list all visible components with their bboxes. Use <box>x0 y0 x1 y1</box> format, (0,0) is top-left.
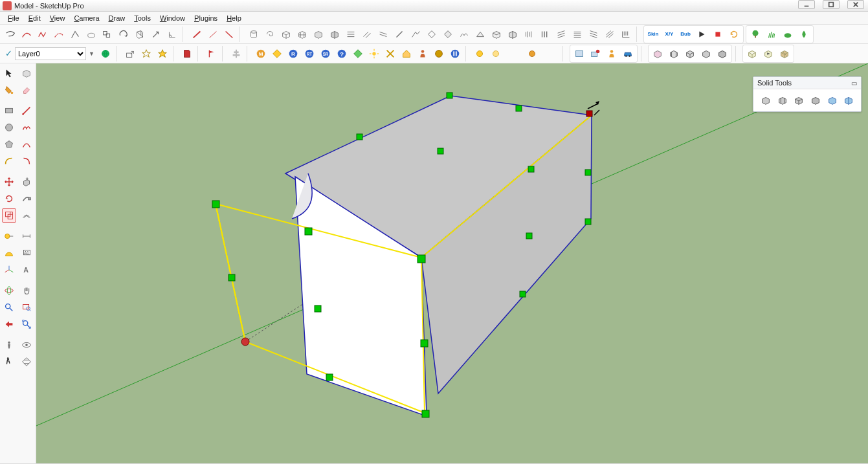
tool-arc3[interactable] <box>19 154 34 168</box>
menu-window[interactable]: Window <box>156 13 189 23</box>
badge-q[interactable]: ? <box>334 46 350 61</box>
grip[interactable] <box>520 291 526 297</box>
tool-s2[interactable] <box>666 46 682 61</box>
tool-hatch1[interactable] <box>553 27 569 42</box>
tool-rotate[interactable] <box>2 192 16 206</box>
tool-s3[interactable] <box>682 46 698 61</box>
badge-xy[interactable]: X/Y <box>662 27 677 42</box>
viewport-3d[interactable]: Solid Tools ▭ <box>36 63 868 463</box>
badge-diamond[interactable] <box>269 46 285 61</box>
tool-text[interactable]: A1 <box>19 246 34 260</box>
badge-bub[interactable]: Bub <box>678 27 693 42</box>
tool-map-pin[interactable] <box>588 46 603 61</box>
grip[interactable] <box>421 340 428 347</box>
tool-tape[interactable] <box>2 229 16 243</box>
tool-pushpull[interactable] <box>19 175 34 189</box>
menu-tools[interactable]: Tools <box>130 13 155 23</box>
tool-scale[interactable] <box>2 208 16 223</box>
tool-axes[interactable] <box>2 263 16 277</box>
tool-protractor[interactable] <box>2 246 16 260</box>
tool-leaf[interactable] <box>796 27 812 42</box>
tool-followme[interactable] <box>19 192 34 206</box>
tool-arc[interactable] <box>19 137 34 151</box>
tool-hatch5[interactable] <box>618 27 634 42</box>
tool-orb-gold[interactable] <box>524 46 540 61</box>
menu-plugins[interactable]: Plugins <box>190 13 221 23</box>
tool-export[interactable] <box>122 46 138 61</box>
solid-split[interactable] <box>841 93 856 107</box>
tool-star[interactable] <box>139 46 154 61</box>
tool-pan[interactable] <box>19 283 34 298</box>
badge-m[interactable]: M <box>253 46 269 61</box>
close-button[interactable] <box>847 0 864 9</box>
tool-s4[interactable] <box>698 46 714 61</box>
grip[interactable] <box>526 233 532 239</box>
tool-rectangle[interactable] <box>2 104 16 118</box>
tool-car[interactable] <box>620 46 636 61</box>
tool-s5[interactable] <box>715 46 730 61</box>
tool-globe[interactable] <box>98 46 113 61</box>
tool-orb-ly[interactable] <box>488 46 504 61</box>
tool-arc2[interactable] <box>2 154 16 168</box>
badge-diamond-y[interactable] <box>350 46 366 61</box>
layer-dropdown[interactable]: Layer0 <box>15 47 86 60</box>
tool-shade2[interactable] <box>505 27 520 42</box>
tool-wire[interactable] <box>67 27 83 42</box>
tool-crate[interactable] <box>777 46 792 61</box>
minimize-button[interactable] <box>798 0 815 9</box>
tool-cross-y[interactable] <box>383 46 398 61</box>
tool-rhombus[interactable] <box>424 27 440 42</box>
tool-freehand[interactable] <box>19 120 34 135</box>
tool-pause[interactable] <box>447 46 463 61</box>
tool-grass[interactable] <box>764 27 779 42</box>
grip[interactable] <box>585 170 591 175</box>
tool-offset[interactable] <box>19 208 34 223</box>
tool-zoom[interactable] <box>2 300 16 315</box>
tool-stripes1[interactable] <box>521 27 537 42</box>
tool-s1[interactable] <box>650 46 665 61</box>
tool-box[interactable] <box>132 27 148 42</box>
panel-header[interactable]: Solid Tools ▭ <box>753 77 861 89</box>
grip[interactable] <box>417 255 425 263</box>
tool-walk[interactable] <box>2 355 16 369</box>
solid-subtract[interactable] <box>808 93 823 107</box>
grip[interactable] <box>447 93 452 98</box>
tool-sunburst[interactable] <box>366 46 382 61</box>
origin-marker[interactable] <box>241 338 249 346</box>
tool-circle[interactable] <box>2 120 16 135</box>
tool-rotate-arc[interactable] <box>116 27 131 42</box>
tool-person[interactable] <box>415 46 430 61</box>
grip[interactable] <box>228 274 235 281</box>
tool-bush[interactable] <box>780 27 796 42</box>
tool-select[interactable] <box>2 66 16 80</box>
tool-book[interactable] <box>179 46 195 61</box>
badge-rt[interactable]: RT <box>302 46 317 61</box>
tool-paint[interactable] <box>2 83 16 97</box>
tool-dotline[interactable] <box>51 27 67 42</box>
tool-dimension[interactable] <box>19 229 34 243</box>
grip[interactable] <box>357 134 362 140</box>
tool-edge-rev[interactable] <box>221 27 237 42</box>
tool-zoom-window[interactable] <box>19 300 34 315</box>
layer-dropdown-arrow[interactable]: ▼ <box>89 50 95 57</box>
tool-edge-thin[interactable] <box>205 27 221 42</box>
tool-box-play[interactable] <box>761 46 776 61</box>
badge-r[interactable]: R <box>285 46 301 61</box>
tool-flag[interactable] <box>204 46 219 61</box>
menu-help[interactable]: Help <box>223 13 245 23</box>
tool-person2[interactable] <box>604 46 619 61</box>
solid-union[interactable] <box>792 93 806 107</box>
menu-view[interactable]: View <box>46 13 69 23</box>
grip[interactable] <box>422 410 429 417</box>
tool-section[interactable] <box>19 355 34 369</box>
menu-edit[interactable]: Edit <box>25 13 45 23</box>
tool-slash2[interactable] <box>408 27 423 42</box>
tool-3dtext[interactable]: A <box>19 263 34 277</box>
tool-orbit[interactable] <box>2 283 16 298</box>
tool-scribble[interactable] <box>456 27 472 42</box>
panel-solid-tools[interactable]: Solid Tools ▭ <box>753 76 862 112</box>
tool-globe2[interactable] <box>431 46 447 61</box>
tool-hatch3[interactable] <box>586 27 601 42</box>
tool-grid-dense[interactable] <box>295 27 310 42</box>
grip[interactable] <box>326 374 333 381</box>
